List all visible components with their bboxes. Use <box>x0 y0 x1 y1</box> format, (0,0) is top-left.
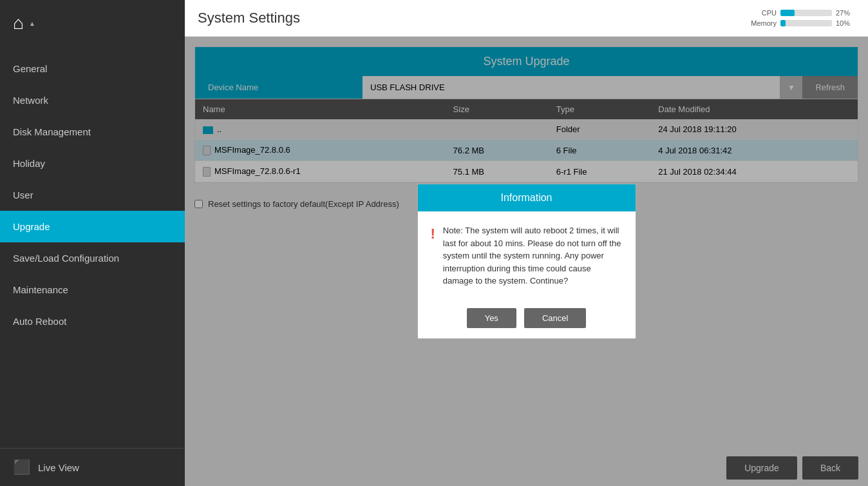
sidebar-item-user[interactable]: User <box>0 179 185 211</box>
live-view-label: Live View <box>38 462 79 473</box>
cpu-bar-fill <box>780 10 795 16</box>
sidebar-item-general[interactable]: General <box>0 53 185 84</box>
modal-buttons: Yes Cancel <box>418 300 636 338</box>
stats-area: CPU 27% Memory 10% <box>747 9 855 27</box>
cpu-bar-bg <box>780 10 832 16</box>
cpu-stat-row: CPU 27% <box>747 9 855 17</box>
sidebar: ⌂ ▲ General Network Disk Management Holi… <box>0 0 185 486</box>
sidebar-item-holiday[interactable]: Holiday <box>0 148 185 179</box>
modal-overlay: Information ! Note: The system will auto… <box>185 37 868 486</box>
monitor-icon: ⬛ <box>13 459 30 476</box>
sidebar-item-auto-reboot[interactable]: Auto Reboot <box>0 306 185 337</box>
sidebar-item-disk-management[interactable]: Disk Management <box>0 116 185 148</box>
content-area: System Upgrade Device Name USB FLASH DRI… <box>185 37 868 486</box>
information-modal: Information ! Note: The system will auto… <box>417 184 636 339</box>
main-header: System Settings CPU 27% Memory 10% <box>185 0 868 37</box>
main-area: System Settings CPU 27% Memory 10% Syste… <box>185 0 868 486</box>
memory-value: 10% <box>836 19 855 27</box>
cancel-button[interactable]: Cancel <box>524 308 586 328</box>
sidebar-item-save-load[interactable]: Save/Load Configuration <box>0 242 185 274</box>
modal-message: Note: The system will auto reboot 2 time… <box>443 224 623 287</box>
sidebar-item-upgrade[interactable]: Upgrade <box>0 211 185 242</box>
cpu-label: CPU <box>747 9 777 17</box>
sidebar-nav: General Network Disk Management Holiday … <box>0 53 185 448</box>
home-icon: ⌂ <box>13 13 24 34</box>
cpu-value: 27% <box>836 9 855 17</box>
memory-stat-row: Memory 10% <box>747 19 855 27</box>
live-view-button[interactable]: ⬛ Live View <box>0 448 185 486</box>
memory-label: Memory <box>747 19 777 27</box>
warning-icon: ! <box>431 226 435 242</box>
modal-body: ! Note: The system will auto reboot 2 ti… <box>418 211 636 300</box>
modal-title: Information <box>418 184 636 211</box>
page-title: System Settings <box>198 10 300 26</box>
sidebar-item-network[interactable]: Network <box>0 84 185 116</box>
yes-button[interactable]: Yes <box>467 308 516 328</box>
sidebar-logo: ⌂ ▲ <box>0 0 185 53</box>
logo-subtitle: ▲ <box>29 20 35 27</box>
memory-bar-bg <box>780 20 832 26</box>
sidebar-item-maintenance[interactable]: Maintenance <box>0 274 185 306</box>
memory-bar-fill <box>780 20 786 26</box>
